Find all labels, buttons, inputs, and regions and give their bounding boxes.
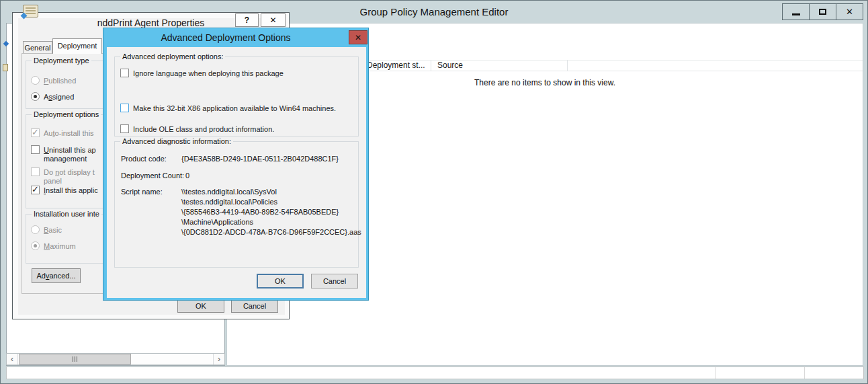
scroll-left-icon: ‹ (11, 354, 13, 364)
deployment-count-label: Deployment Count: (121, 171, 184, 180)
ignore-language-label: Ignore language when deploying this pack… (133, 69, 284, 77)
script-line: \{585546B3-4419-4AB0-89B2-54F8AB05BEDE} (181, 207, 361, 217)
column-divider[interactable] (567, 60, 568, 71)
scrollbar-grip-icon (72, 355, 78, 363)
advanced-button[interactable]: Advanced... (32, 268, 81, 283)
install-app-checkbox[interactable]: ✓ (31, 186, 40, 194)
status-bar (6, 367, 864, 379)
uninstall-label: Uninstall this ap (44, 146, 96, 154)
installation-ui-group-label: Installation user inte (32, 210, 101, 218)
basic-label: Basic (44, 226, 62, 234)
do-not-display-checkbox (31, 167, 40, 176)
deployment-count-value: 0 (185, 171, 189, 180)
ignore-language-checkbox[interactable] (120, 69, 129, 77)
minimize-icon (792, 13, 800, 15)
maximum-radio (31, 241, 40, 250)
maximum-label: Maximum (44, 242, 76, 250)
deployment-options-group-label: Deployment options (32, 110, 101, 118)
scroll-left-button[interactable]: ‹ (7, 354, 18, 364)
advanced-ok-button[interactable]: OK (257, 274, 304, 289)
tree-horizontal-scrollbar: ‹ › (6, 353, 225, 365)
column-divider[interactable] (431, 60, 431, 71)
maximize-button[interactable] (810, 4, 836, 20)
install-app-label: Install this applic (44, 186, 98, 194)
help-icon: ? (245, 15, 249, 25)
deployment-type-group-label: Deployment type (32, 56, 91, 65)
tree-fragment-scroll-icon (3, 64, 8, 71)
advanced-options-group-label: Advanced deployment options: (120, 52, 225, 61)
close-icon: ✕ (269, 15, 276, 25)
include-ole-checkbox[interactable] (120, 124, 129, 133)
close-button[interactable]: ✕ (836, 4, 863, 20)
advanced-cancel-button[interactable]: Cancel (311, 274, 358, 289)
scrollbar-track[interactable] (18, 354, 213, 364)
script-line: \{0DC881D2-ADCD-478A-B7C6-D96F59F2CCEC}.… (181, 227, 361, 237)
close-icon: ✕ (846, 7, 853, 16)
status-bar-divider (715, 367, 715, 379)
advanced-dialog: Advanced Deployment Options ✕ Advanced d… (103, 28, 369, 301)
auto-install-label: Auto-install this (44, 129, 94, 137)
properties-close-button[interactable]: ✕ (261, 13, 286, 27)
radio-dot (34, 244, 37, 247)
maximize-icon (819, 9, 826, 15)
diagnostic-group-label: Advanced diagnostic information: (120, 137, 233, 145)
status-bar-divider (804, 367, 805, 379)
make-32bit-available-label: Make this 32-bit X86 application availab… (133, 104, 336, 112)
published-label: Published (44, 77, 76, 85)
scrollbar-thumb[interactable] (19, 354, 131, 364)
close-icon: ✕ (355, 33, 361, 42)
script-name-value: \\testes.nddigital.local\SysVol \testes.… (181, 187, 361, 237)
minimize-button[interactable] (783, 4, 810, 20)
checkmark-icon: ✓ (32, 184, 39, 194)
uninstall-checkbox[interactable] (31, 145, 40, 154)
script-name-label: Script name: (121, 188, 163, 196)
assigned-label: Assigned (44, 93, 74, 101)
help-button[interactable]: ? (235, 13, 259, 27)
checkmark-icon: ✓ (32, 127, 39, 137)
properties-cancel-button[interactable]: Cancel (231, 299, 278, 313)
gpme-window-icon (23, 5, 38, 17)
basic-radio (31, 225, 40, 234)
tab-general[interactable]: General (23, 41, 52, 54)
advanced-dialog-title: Advanced Deployment Options (103, 32, 348, 43)
script-line: \testes.nddigital.local\Policies (181, 197, 361, 207)
script-line: \\testes.nddigital.local\SysVol (181, 187, 361, 197)
screen: Group Policy Management Editor ✕ Deploym… (0, 0, 868, 384)
script-line: \Machine\Applications (181, 217, 361, 227)
product-code-label: Product code: (121, 155, 167, 163)
assigned-radio[interactable] (31, 92, 40, 101)
scroll-right-button[interactable]: › (213, 354, 224, 364)
published-radio (31, 76, 40, 85)
include-ole-label: Include OLE class and product informatio… (133, 125, 274, 133)
advanced-close-button[interactable]: ✕ (349, 30, 367, 44)
tab-deployment[interactable]: Deployment (52, 38, 102, 54)
do-not-display-label-line2: panel (44, 177, 62, 185)
auto-install-checkbox: ✓ (31, 128, 40, 137)
product-code-value: {D4E3A58B-D249-1DAE-0511-2B042D488C1F} (181, 155, 339, 163)
column-header-deployment-state[interactable]: Deployment st... (367, 61, 425, 70)
column-header-source[interactable]: Source (437, 61, 463, 70)
do-not-display-label: Do not display t (44, 168, 95, 176)
properties-ok-button[interactable]: OK (177, 299, 224, 313)
scroll-right-icon: › (218, 354, 220, 364)
make-32bit-available-checkbox[interactable] (120, 104, 129, 112)
caption-buttons: ✕ (782, 3, 863, 20)
radio-dot (34, 95, 37, 98)
uninstall-label-line2: management (44, 155, 87, 163)
gpme-window: Group Policy Management Editor ✕ Deploym… (0, 0, 868, 384)
